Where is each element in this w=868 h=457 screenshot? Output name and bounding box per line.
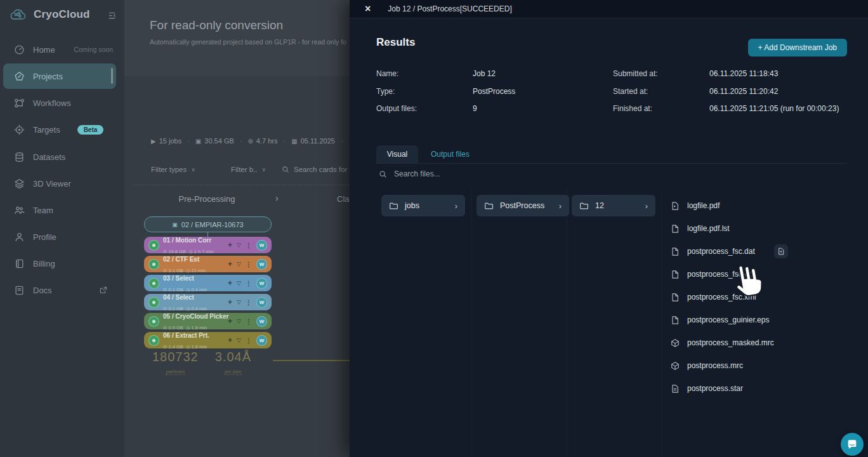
results-heading: Results bbox=[376, 36, 415, 49]
chevron-right-icon[interactable]: › bbox=[275, 193, 279, 203]
kebab-menu-icon[interactable]: ⋮ bbox=[246, 318, 252, 325]
funnel-icon[interactable]: ▽ bbox=[237, 261, 241, 267]
file-item[interactable]: logfile.pdf.lst bbox=[671, 222, 788, 235]
sidebar-item-billing[interactable]: Billing bbox=[0, 251, 124, 276]
target-icon bbox=[14, 124, 25, 135]
project-subtitle: Automatically generated project based on… bbox=[150, 38, 346, 46]
nav-scrollbar-nub bbox=[111, 68, 113, 84]
kebab-menu-icon[interactable]: ⋮ bbox=[246, 337, 252, 344]
job-card[interactable]: 02 / CTF Est ⊙ 3.1 GB ◷ 21 min + ▽ ⋮ W bbox=[144, 256, 272, 272]
source-dataset-pill[interactable]: ▣ 02 / EMPIAR-10673 bbox=[144, 216, 272, 232]
avatar: W bbox=[256, 240, 267, 251]
sidebar-item-projects[interactable]: Projects bbox=[3, 63, 116, 89]
search-icon bbox=[282, 166, 289, 173]
detail-row: Output files: 9 bbox=[376, 104, 477, 113]
avatar: W bbox=[256, 297, 267, 308]
add-icon[interactable]: + bbox=[228, 298, 232, 307]
folder-icon bbox=[389, 201, 398, 211]
sidebar-item-profile[interactable]: Profile bbox=[0, 224, 124, 249]
job-card[interactable]: 03 / Select ⊙ 0.1 GB ◷ 0.4 min + ▽ ⋮ W bbox=[144, 275, 272, 291]
kebab-menu-icon[interactable]: ⋮ bbox=[246, 261, 252, 268]
kebab-menu-icon[interactable]: ⋮ bbox=[246, 299, 252, 306]
result-summary: 180732 particles 3.04Å pix size bbox=[152, 350, 251, 376]
chat-widget-button[interactable] bbox=[841, 433, 864, 456]
add-icon[interactable]: + bbox=[228, 241, 232, 249]
sidebar-item-workflows[interactable]: Workflows bbox=[0, 90, 124, 116]
sidebar-item-home[interactable]: Home Coming soon bbox=[0, 37, 124, 62]
team-icon bbox=[14, 205, 25, 216]
folder-item-jobs[interactable]: jobs › bbox=[381, 195, 465, 216]
job-status-icon bbox=[148, 335, 159, 346]
job-card[interactable]: 04 / Select ⊙ 0.1 GB ◷ 0.4 min + ▽ ⋮ W bbox=[144, 294, 272, 310]
app-root: CryoCloud Home Coming soon Proj bbox=[0, 0, 868, 457]
file-search[interactable] bbox=[379, 169, 535, 179]
filter-types-select[interactable]: Filter types ∨ bbox=[151, 166, 231, 173]
close-icon[interactable]: × bbox=[365, 4, 371, 14]
job-status-icon bbox=[148, 316, 159, 327]
file-item[interactable]: postprocess.star bbox=[671, 382, 788, 395]
sidebar-item-targets[interactable]: Targets Beta bbox=[0, 117, 124, 142]
folder-item-12[interactable]: 12 › bbox=[572, 195, 655, 216]
add-icon[interactable]: + bbox=[228, 279, 232, 288]
add-downstream-job-button[interactable]: + Add Downstream Job bbox=[748, 39, 847, 56]
tab-output-files[interactable]: Output files bbox=[431, 145, 470, 163]
avatar: W bbox=[256, 278, 267, 289]
job-card[interactable]: 01 / Motion Corr ⊙ 19.8 GB ◷ 1 h 7 min +… bbox=[144, 237, 272, 253]
funnel-icon[interactable]: ▽ bbox=[237, 337, 241, 343]
job-card[interactable]: 05 / CryoCloud Picker ⊙ 0.9 GB ◷ 1.8 min… bbox=[144, 313, 272, 329]
job-status-icon bbox=[148, 297, 159, 308]
job-status-icon bbox=[148, 240, 159, 251]
stat-jobs: ▶ 15 jobs bbox=[151, 137, 181, 145]
file-icon bbox=[671, 224, 680, 234]
open-file-action[interactable] bbox=[774, 244, 788, 258]
pixel-size-value: 3.04Å bbox=[215, 350, 251, 364]
kebab-menu-icon[interactable]: ⋮ bbox=[246, 280, 252, 287]
folder-icon bbox=[579, 201, 589, 211]
funnel-icon[interactable]: ▽ bbox=[237, 318, 241, 324]
brand[interactable]: CryoCloud bbox=[8, 7, 90, 22]
funnel-icon[interactable]: ▽ bbox=[237, 242, 241, 248]
sidebar-item-docs[interactable]: Docs bbox=[0, 277, 124, 303]
folder-item-postprocess[interactable]: PostProcess › bbox=[477, 195, 569, 216]
column-divider bbox=[662, 188, 662, 457]
filter-by-select[interactable]: Filter b.. ∨ bbox=[231, 166, 282, 173]
sidebar-item-3d-viewer[interactable]: 3D Viewer bbox=[0, 171, 124, 196]
sidebar-item-team[interactable]: Team bbox=[0, 197, 124, 223]
results-tabs: Visual Output files bbox=[376, 145, 847, 164]
job-details-drawer: × Job 12 / PostProcess[SUCCEEDED] Result… bbox=[350, 0, 868, 457]
search-files-input[interactable] bbox=[393, 169, 535, 179]
sidebar: CryoCloud Home Coming soon Proj bbox=[0, 0, 124, 457]
add-icon[interactable]: + bbox=[228, 317, 232, 326]
tab-visual[interactable]: Visual bbox=[376, 145, 418, 163]
drawer-header: × Job 12 / PostProcess[SUCCEEDED] bbox=[350, 0, 868, 18]
external-link-icon bbox=[99, 286, 108, 295]
job-status-icon bbox=[148, 259, 159, 270]
dataset-icon: ▣ bbox=[172, 222, 178, 228]
sidebar-item-datasets[interactable]: Datasets bbox=[0, 144, 124, 169]
stat-separator bbox=[240, 137, 242, 145]
workflow-icon bbox=[14, 98, 25, 109]
sidebar-item-label: Docs bbox=[33, 286, 52, 295]
particles-value: 180732 bbox=[152, 350, 199, 364]
file-item[interactable]: postprocess_fsc.dat bbox=[671, 245, 788, 258]
kebab-menu-icon[interactable]: ⋮ bbox=[246, 242, 252, 249]
funnel-icon[interactable]: ▽ bbox=[237, 299, 241, 305]
file-item[interactable]: postprocess_guinier.eps bbox=[671, 314, 788, 326]
search-cards-input[interactable]: Search cards for bbox=[282, 166, 347, 173]
file-item[interactable]: logfile.pdf bbox=[671, 199, 788, 212]
brand-name: CryoCloud bbox=[34, 8, 90, 21]
sidebar-item-label: Profile bbox=[33, 232, 56, 242]
project-view: For read-only conversion Automatically g… bbox=[124, 0, 350, 457]
funnel-icon[interactable]: ▽ bbox=[237, 280, 241, 286]
detail-row: Name: Job 12 bbox=[376, 69, 496, 78]
job-card[interactable]: 06 / Extract Prt. ⊙ 1.4 GB ◷ 1.8 min + ▽… bbox=[144, 332, 272, 348]
file-item[interactable]: postprocess.mrc bbox=[671, 359, 788, 372]
search-icon bbox=[379, 170, 387, 178]
collapse-sidebar-icon[interactable] bbox=[107, 11, 117, 20]
sidebar-item-label: Workflows bbox=[33, 98, 71, 108]
storage-icon: ▣ bbox=[195, 138, 201, 145]
stat-separator bbox=[284, 137, 286, 145]
add-icon[interactable]: + bbox=[228, 336, 232, 345]
add-icon[interactable]: + bbox=[228, 260, 232, 268]
file-item[interactable]: postprocess_masked.mrc bbox=[671, 336, 788, 349]
